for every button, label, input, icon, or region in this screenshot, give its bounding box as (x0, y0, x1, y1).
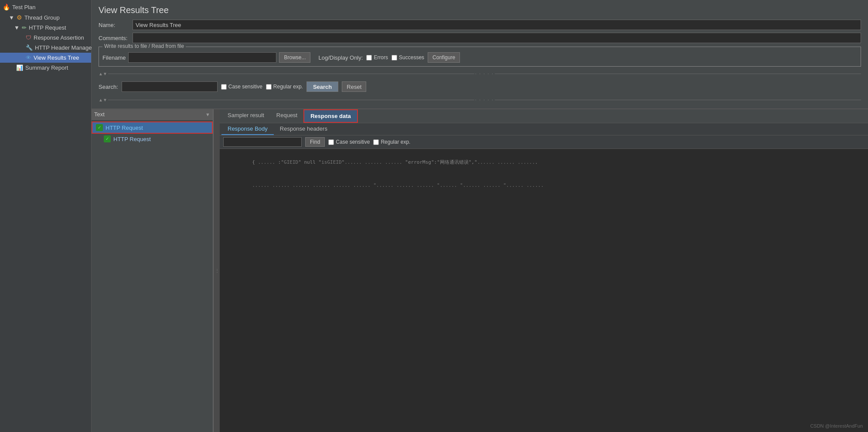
list-header: Text ▼ (92, 109, 213, 120)
successes-checkbox[interactable] (391, 55, 397, 61)
browse-button[interactable]: Browse... (279, 52, 310, 63)
tree-items: HTTP Request HTTP Request (92, 120, 213, 432)
comments-input[interactable] (133, 33, 861, 43)
divider-bottom: ▲▼ · · · · · (99, 96, 861, 103)
case-sensitive-search-label: Case sensitive (221, 84, 262, 90)
name-input[interactable] (133, 20, 861, 30)
tab-sampler-result[interactable]: Sampler result (221, 109, 270, 123)
section-legend: Write results to file / Read from file (102, 43, 186, 49)
tab-response-data[interactable]: Response data (303, 109, 357, 123)
search-input[interactable] (122, 81, 218, 92)
find-input[interactable] (223, 137, 302, 147)
name-row: Name: (99, 20, 861, 30)
list-header-label: Text (94, 111, 204, 118)
tree-item-http-req-2[interactable]: HTTP Request (92, 134, 213, 144)
case-sensitive-search-checkbox[interactable] (221, 84, 227, 90)
find-case-sensitive-label: Case sensitive (328, 139, 370, 145)
sidebar-item-summary-report[interactable]: 📊 Summary Report (0, 63, 91, 73)
sidebar-label-summary-report: Summary Report (25, 64, 68, 71)
left-panel: Text ▼ HTTP Request HTTP Request (92, 109, 214, 432)
regular-exp-search-label: Regular exp. (266, 84, 303, 90)
find-bar: Find Case sensitive Regular exp. (220, 135, 868, 149)
sidebar-label-test-plan: Test Plan (12, 4, 35, 10)
configure-button[interactable]: Configure (428, 52, 460, 63)
tree-item-label-2: HTTP Request (113, 136, 151, 142)
main-area: View Results Tree Name: Comments: Write … (92, 0, 868, 432)
sub-tab-bar: Response Body Response headers (220, 123, 868, 135)
name-label: Name: (99, 22, 129, 28)
divider-top: ▲▼ · · · · · (99, 70, 861, 77)
log-display-row: Log/Display Only: Errors Successes Confi… (318, 52, 460, 63)
response-content-line1: { ...... :"GIEID" null "isGIEID"...... .… (223, 152, 865, 173)
sidebar-label-view-results-tree: View Results Tree (34, 54, 79, 61)
sub-tab-response-body[interactable]: Response Body (221, 123, 274, 135)
successes-checkbox-label: Successes (391, 54, 424, 61)
write-results-section: Write results to file / Read from file F… (99, 47, 861, 67)
pencil-icon: ✏ (22, 24, 27, 31)
sub-tab-response-headers[interactable]: Response headers (274, 123, 334, 135)
reset-button[interactable]: Reset (342, 81, 366, 92)
sidebar-item-test-plan[interactable]: 🔥 Test Plan (0, 2, 91, 12)
search-button[interactable]: Search (306, 81, 338, 92)
page-title: View Results Tree (99, 5, 861, 15)
sidebar-item-view-results-tree[interactable]: 👁 View Results Tree (0, 53, 91, 63)
sidebar: 🔥 Test Plan ▼ ⚙ Thread Group ▼ ✏ HTTP Re… (0, 0, 92, 432)
search-label: Search: (99, 84, 118, 90)
response-content-line2: ...... ...... ...... ...... ...... .....… (223, 175, 865, 197)
search-row: Search: Case sensitive Regular exp. Sear… (99, 79, 861, 94)
drag-handle-vertical[interactable]: ⋮ (214, 109, 220, 432)
tab-request[interactable]: Request (270, 109, 303, 123)
find-button[interactable]: Find (305, 137, 325, 147)
comments-row: Comments: (99, 33, 861, 43)
sidebar-label-http-request: HTTP Request (29, 24, 66, 31)
main-header: View Results Tree Name: Comments: Write … (92, 0, 868, 109)
shield-icon: 🛡 (26, 34, 31, 41)
sidebar-label-http-header-manager: HTTP Header Manager (35, 44, 94, 51)
dropdown-arrow-icon[interactable]: ▼ (205, 112, 210, 117)
top-tab-bar: Sampler result Request Response data (220, 109, 868, 123)
sidebar-item-http-request[interactable]: ▼ ✏ HTTP Request (0, 23, 91, 33)
sidebar-item-thread-group[interactable]: ▼ ⚙ Thread Group (0, 12, 91, 23)
find-case-sensitive-checkbox[interactable] (328, 139, 334, 145)
sidebar-item-response-assertion[interactable]: 🛡 Response Assertion (0, 33, 91, 43)
wrench-icon: 🔧 (26, 44, 33, 51)
sidebar-label-thread-group: Thread Group (24, 14, 60, 21)
comments-label: Comments: (99, 35, 129, 41)
arrow-icon2: ▼ (14, 24, 20, 31)
right-panel: Sampler result Request Response data Res… (220, 109, 868, 432)
filename-input[interactable] (128, 52, 276, 63)
find-regular-exp-label: Regular exp. (373, 139, 410, 145)
gear-icon: ⚙ (17, 14, 22, 21)
split-area: Text ▼ HTTP Request HTTP Request ⋮ (92, 109, 868, 432)
sidebar-label-response-assertion: Response Assertion (34, 34, 84, 41)
tree-item-http-req-1[interactable]: HTTP Request (92, 122, 213, 134)
filename-label: Filename (102, 54, 126, 61)
sidebar-item-http-header-manager[interactable]: 🔧 HTTP Header Manager (0, 43, 91, 53)
errors-checkbox[interactable] (366, 55, 372, 61)
response-body-area: { ...... :"GIEID" null "isGIEID"...... .… (220, 149, 868, 432)
eye-icon: 👁 (26, 54, 31, 61)
regular-exp-search-checkbox[interactable] (266, 84, 272, 90)
find-regular-exp-checkbox[interactable] (373, 139, 379, 145)
flame-icon: 🔥 (3, 3, 10, 10)
chart-icon: 📊 (16, 64, 23, 71)
shield-green-icon-1 (96, 124, 103, 131)
log-display-label: Log/Display Only: (318, 54, 363, 61)
errors-checkbox-label: Errors (366, 54, 388, 61)
shield-green-icon-2 (104, 135, 111, 142)
tree-item-label-1: HTTP Request (106, 125, 143, 131)
arrow-icon: ▼ (9, 14, 14, 21)
file-row: Filename Browse... Log/Display Only: Err… (102, 52, 857, 63)
